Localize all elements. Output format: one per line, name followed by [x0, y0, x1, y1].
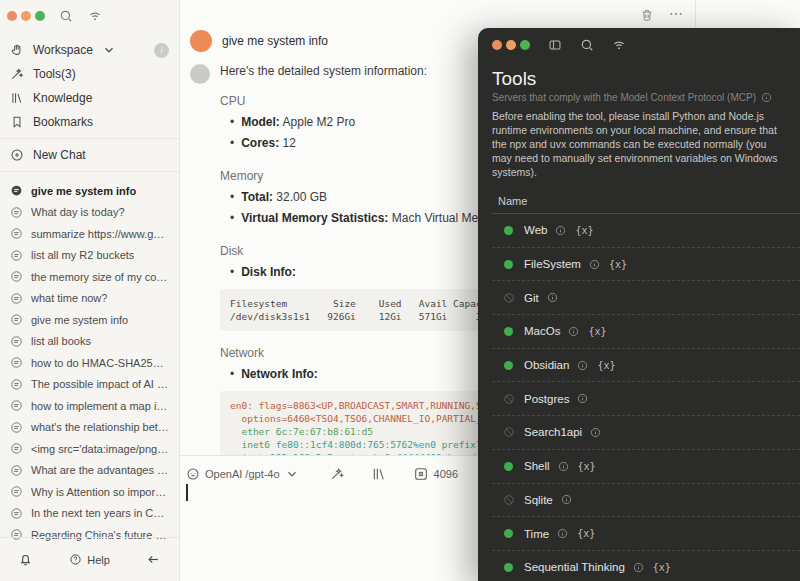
history-item-label: list all my R2 buckets — [31, 249, 134, 261]
enabled-dot-icon — [504, 563, 513, 572]
history-item[interactable]: the memory size of my computer — [0, 266, 179, 288]
more-options-icon[interactable] — [668, 6, 684, 22]
search-icon[interactable] — [59, 9, 73, 23]
enabled-dot-icon — [504, 462, 513, 471]
tools-panel-description: Before enabling the tool, please install… — [492, 109, 786, 179]
sidebar-item-new-chat[interactable]: New Chat — [0, 143, 179, 167]
model-selector[interactable]: OpenAI /gpt-4o — [186, 467, 299, 481]
chat-bubble-icon — [10, 313, 23, 326]
max-tokens-control[interactable]: 4096 — [413, 466, 458, 482]
info-icon[interactable] — [561, 494, 572, 505]
help-button[interactable]: Help — [69, 553, 110, 566]
tools-toggle-icon[interactable] — [329, 466, 345, 482]
sidebar-item-tools[interactable]: Tools(3) — [0, 62, 179, 86]
tool-row[interactable]: MacOs{x} — [492, 315, 800, 349]
wifi-icon[interactable] — [612, 38, 626, 52]
traffic-light-dot[interactable] — [506, 40, 516, 50]
tool-row[interactable]: Git — [492, 281, 800, 315]
info-icon[interactable] — [568, 326, 579, 337]
sidebar-item-label: Knowledge — [33, 91, 92, 105]
sidebar-item-bookmarks[interactable]: Bookmarks — [0, 110, 179, 134]
env-vars-badge[interactable]: {x} — [609, 259, 627, 270]
tool-row[interactable]: FileSystem{x} — [492, 248, 800, 282]
tool-name: FileSystem — [524, 258, 581, 270]
chat-bubble-icon — [10, 249, 23, 262]
tool-row[interactable]: Search1api — [492, 416, 800, 450]
history-item[interactable]: What day is today? — [0, 202, 179, 224]
info-icon[interactable] — [577, 393, 588, 404]
info-icon[interactable] — [555, 225, 566, 236]
history-item[interactable]: give me system info — [0, 180, 179, 202]
history-item-label: the memory size of my computer — [31, 271, 169, 283]
history-item[interactable]: summarize https://www.gurwi... — [0, 223, 179, 245]
history-item-label: Why is Attention so important i... — [31, 486, 169, 498]
sidebar-item-knowledge[interactable]: Knowledge — [0, 86, 179, 110]
tools-panel-title: Tools — [492, 68, 786, 90]
history-item[interactable]: give me system info — [0, 309, 179, 331]
tool-row[interactable]: Time{x} — [492, 517, 800, 551]
env-vars-badge[interactable]: {x} — [653, 562, 671, 573]
collapse-sidebar-icon[interactable] — [146, 552, 161, 567]
history-item-label: what's the relationship between... — [31, 421, 169, 433]
history-item[interactable]: how to implement a map in rust? — [0, 395, 179, 417]
trash-icon[interactable] — [640, 8, 654, 22]
chat-bubble-icon — [10, 421, 23, 434]
traffic-lights[interactable] — [7, 11, 45, 21]
workspace-badge[interactable]: i — [154, 43, 169, 58]
sidebar-item-workspace[interactable]: Workspace i — [0, 38, 179, 62]
history-item[interactable]: what's the relationship between... — [0, 417, 179, 439]
history-item[interactable]: what time now? — [0, 288, 179, 310]
tools-panel-titlebar — [478, 28, 800, 62]
env-vars-badge[interactable]: {x} — [577, 528, 595, 539]
env-vars-badge[interactable]: {x} — [588, 326, 606, 337]
env-vars-badge[interactable]: {x} — [597, 360, 615, 371]
info-icon[interactable] — [589, 259, 600, 270]
info-icon[interactable] — [633, 562, 644, 573]
wand-icon — [10, 67, 24, 81]
history-item[interactable]: In the next ten years in China, w... — [0, 503, 179, 525]
info-icon[interactable] — [558, 461, 569, 472]
traffic-light-dot[interactable] — [7, 11, 17, 21]
chat-bubble-icon — [10, 485, 23, 498]
history-item[interactable]: list all books — [0, 331, 179, 353]
history-item[interactable]: list all my R2 buckets — [0, 245, 179, 267]
traffic-light-dot[interactable] — [35, 11, 45, 21]
chat-bubble-icon — [10, 442, 23, 455]
history-item[interactable]: how to do HMAC-SHA256-HEX i... — [0, 352, 179, 374]
history-item[interactable]: What are the advantages of usi... — [0, 460, 179, 482]
sidebar-item-label: New Chat — [33, 148, 86, 162]
env-vars-badge[interactable]: {x} — [575, 225, 593, 236]
info-icon[interactable] — [557, 528, 568, 539]
chat-topbar — [180, 0, 800, 30]
history-item[interactable]: Why is Attention so important i... — [0, 481, 179, 503]
divider — [695, 0, 696, 30]
info-icon[interactable] — [590, 427, 601, 438]
tool-row[interactable]: Sequential Thinking{x} — [492, 551, 800, 581]
chat-bubble-icon — [10, 507, 23, 520]
info-icon[interactable] — [577, 360, 588, 371]
history-item-label: list all books — [31, 335, 91, 347]
traffic-lights[interactable] — [492, 40, 530, 50]
history-item[interactable]: The possible impact of AI in edu... — [0, 374, 179, 396]
tool-row[interactable]: Web{x} — [492, 214, 800, 248]
env-vars-badge[interactable]: {x} — [578, 461, 596, 472]
divider — [0, 171, 179, 172]
traffic-light-dot[interactable] — [21, 11, 31, 21]
history-item[interactable]: <img src='data:image/png;bas... — [0, 438, 179, 460]
info-icon[interactable] — [547, 292, 558, 303]
wifi-icon[interactable] — [88, 9, 102, 23]
traffic-light-dot[interactable] — [492, 40, 502, 50]
bell-icon[interactable] — [18, 552, 33, 567]
traffic-light-dot[interactable] — [520, 40, 530, 50]
chat-bubble-icon — [10, 270, 23, 283]
info-icon[interactable] — [761, 92, 772, 103]
enabled-dot-icon — [504, 260, 513, 269]
tool-row[interactable]: Postgres — [492, 382, 800, 416]
tool-row[interactable]: Sqlite — [492, 484, 800, 518]
tool-row[interactable]: Shell{x} — [492, 450, 800, 484]
sidebar-toggle-icon[interactable] — [548, 38, 562, 52]
search-icon[interactable] — [580, 38, 594, 52]
assistant-avatar — [190, 64, 210, 84]
knowledge-icon[interactable] — [371, 466, 387, 482]
tool-row[interactable]: Obsidian{x} — [492, 349, 800, 383]
